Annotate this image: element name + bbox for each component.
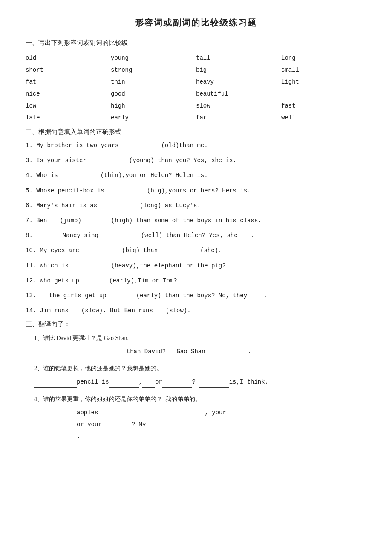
list-item: big	[196, 66, 281, 73]
list-item: thin	[111, 78, 196, 85]
translate-answer: apples, your or your? My .	[34, 407, 366, 442]
exercise-item: 12. Who gets up(early),Tim or Tom?	[26, 276, 366, 286]
list-item: short	[26, 66, 111, 73]
translate-desc: 1、谁比 David 更强壮？是 Gao Shan.	[34, 333, 366, 344]
exercise-item: 10. My eyes are(big) than(she).	[26, 245, 366, 256]
list-item: slow	[196, 102, 281, 109]
translate-answer: pencil is,or? is,I think.	[34, 376, 366, 388]
exercise-item: 3. Is your sister(young) than you? Yes, …	[26, 155, 366, 166]
section1-header: 一、写出下列形容词或副词的比较级	[26, 39, 366, 47]
exercise-item: 4. Who is(thin),you or Helen? Helen is.	[26, 170, 366, 181]
list-item: heavy	[196, 78, 281, 85]
list-item: low	[26, 102, 111, 109]
translate-block: 2、谁的铅笔更长，他的还是她的？我想是她的。 pencil is,or? is,…	[26, 363, 366, 387]
exercise-item: 14. Jim runs(slow). But Ben runs(slow).	[26, 305, 366, 316]
list-item: high	[111, 102, 196, 109]
translate-block: 1、谁比 David 更强壮？是 Gao Shan. than David? G…	[26, 333, 366, 357]
translate-desc: 4、谁的苹果更重，你的姐姐的还是你的弟弟的？ 我的弟弟的。	[34, 394, 366, 405]
translate-desc: 2、谁的铅笔更长，他的还是她的？我想是她的。	[34, 363, 366, 375]
list-item: tall	[196, 54, 281, 61]
list-item: long	[281, 54, 366, 61]
list-item: light	[281, 78, 366, 85]
list-item: early	[111, 113, 196, 121]
list-item: old	[26, 54, 111, 61]
list-item: nice	[26, 90, 111, 97]
word-grid: old young tall long short strong big sma…	[26, 54, 366, 121]
list-item: fat	[26, 78, 111, 85]
translate-block: 4、谁的苹果更重，你的姐姐的还是你的弟弟的？ 我的弟弟的。 apples, yo…	[26, 394, 366, 443]
list-item: good	[111, 90, 196, 97]
section3-header: 三、翻译句子：	[26, 320, 366, 328]
translate-answer: than David? Gao Shan.	[34, 346, 366, 357]
section2-header: 二、根据句意填入单词的正确形式	[26, 128, 366, 136]
list-item: beautiful	[196, 90, 366, 97]
exercise-block: 1. My brother is two years(old)than me. …	[26, 140, 366, 316]
exercise-item: 7. Ben(jump)(high) than some of the boys…	[26, 215, 366, 226]
exercise-item: 5. Whose pencil-box is(big),yours or her…	[26, 186, 366, 196]
exercise-item: 11. Which is(heavy),the elephant or the …	[26, 261, 366, 271]
page-title: 形容词或副词的比较级练习题	[26, 17, 366, 29]
list-item: small	[281, 66, 366, 73]
exercise-item: 1. My brother is two years(old)than me.	[26, 140, 366, 151]
list-item: young	[111, 54, 196, 61]
list-item: strong	[111, 66, 196, 73]
exercise-item: 8.Nancy sing(well) than Helen? Yes, she.	[26, 230, 366, 241]
list-item: late	[26, 113, 111, 121]
exercise-item: 13.the girls get up(early) than the boys…	[26, 291, 366, 301]
list-item: fast	[281, 102, 366, 109]
list-item: well	[281, 113, 366, 121]
exercise-item: 6. Mary's hair is as(long) as Lucy's.	[26, 200, 366, 211]
list-item: far	[196, 113, 281, 121]
